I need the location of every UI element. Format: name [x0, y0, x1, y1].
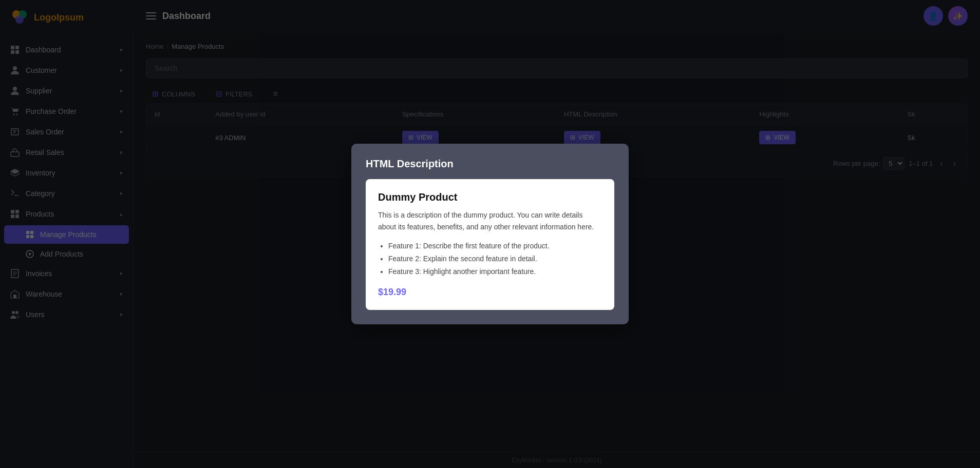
modal-feature-3: Feature 3: Highlight another important f… — [388, 265, 602, 278]
modal-feature-2: Feature 2: Explain the second feature in… — [388, 252, 602, 265]
modal-features-list: Feature 1: Describe the first feature of… — [378, 240, 602, 279]
modal-body: Dummy Product This is a description of t… — [366, 179, 614, 309]
modal-product-name: Dummy Product — [378, 191, 602, 203]
modal-description: This is a description of the dummy produ… — [378, 209, 602, 232]
modal-feature-1: Feature 1: Describe the first feature of… — [388, 240, 602, 252]
modal-title: HTML Description — [366, 158, 614, 170]
modal-dialog: HTML Description Dummy Product This is a… — [351, 144, 629, 324]
modal-price: $19.99 — [378, 287, 602, 298]
modal-overlay[interactable]: HTML Description Dummy Product This is a… — [0, 0, 980, 468]
